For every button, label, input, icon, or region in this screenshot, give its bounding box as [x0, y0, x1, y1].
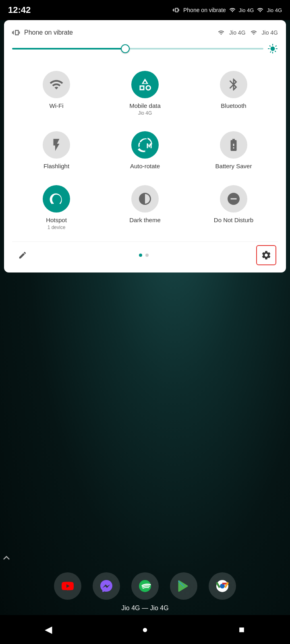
- flashlight-icon-bg: [43, 131, 70, 159]
- quick-settings-panel: Phone on vibrate Jio 4G Jio 4G Wi-Fi: [4, 20, 286, 272]
- signal-qs-icon2: [251, 29, 257, 36]
- back-button[interactable]: ◀: [36, 617, 60, 642]
- brightness-slider[interactable]: [12, 48, 263, 50]
- chrome-app-icon[interactable]: [209, 572, 236, 600]
- mobile-data-sublabel: Jio 4G: [138, 110, 152, 116]
- qs-vibrate-row: Phone on vibrate: [12, 28, 73, 37]
- edit-button[interactable]: [14, 246, 31, 264]
- dot-page2: [145, 254, 149, 257]
- carrier2-label: Jio 4G: [267, 7, 282, 13]
- battery-saver-label: Battery Saver: [215, 163, 252, 170]
- brightness-track: [12, 48, 263, 50]
- status-icons: Phone on vibrate Jio 4G Jio 4G: [173, 6, 282, 14]
- bluetooth-icon-bg: [220, 71, 247, 98]
- do-not-disturb-label: Do Not Disturb: [214, 217, 253, 224]
- vibrate-icon: [173, 6, 180, 14]
- auto-rotate-label: Auto-rotate: [130, 163, 160, 170]
- hotspot-label: Hotspot: [46, 217, 67, 224]
- brightness-sun-icon: [267, 43, 278, 54]
- tile-wifi[interactable]: Wi-Fi: [12, 64, 101, 124]
- chevron-up-icon: [0, 551, 290, 564]
- nav-bar: ◀ ● ■: [0, 615, 290, 644]
- google-play-app-icon[interactable]: [170, 572, 197, 600]
- status-time: 12:42: [8, 5, 31, 15]
- quick-tiles-grid: Wi-Fi Mobile data Jio 4G Bluetooth Flash…: [12, 64, 278, 238]
- signal1-icon: [229, 7, 236, 13]
- brightness-row: [12, 43, 278, 54]
- vibrate-label: Phone on vibrate: [183, 7, 226, 13]
- vibrate-status-label: Phone on vibrate: [24, 29, 73, 36]
- bluetooth-label: Bluetooth: [221, 102, 246, 109]
- carrier1-label: Jio 4G: [239, 7, 254, 13]
- flashlight-label: Flashlight: [44, 163, 69, 170]
- qs-status-row: Phone on vibrate Jio 4G Jio 4G: [12, 28, 278, 37]
- tile-hotspot[interactable]: Hotspot 1 device: [12, 178, 101, 238]
- hotspot-icon-bg: [43, 185, 70, 213]
- dark-theme-label: Dark theme: [129, 217, 161, 224]
- tile-flashlight[interactable]: Flashlight: [12, 124, 101, 178]
- wifi-icon-bg: [43, 71, 70, 98]
- settings-button[interactable]: [256, 245, 276, 265]
- tile-dark-theme[interactable]: Dark theme: [101, 178, 189, 238]
- signal2-icon: [257, 7, 263, 13]
- messenger-app-icon[interactable]: [93, 572, 120, 600]
- dock-carrier-text: Jio 4G — Jio 4G: [0, 605, 290, 612]
- qs-carrier1: Jio 4G: [229, 29, 245, 36]
- wifi-label: Wi-Fi: [50, 102, 64, 109]
- battery-saver-icon-bg: [220, 131, 247, 159]
- auto-rotate-icon-bg: [131, 131, 159, 159]
- signal-qs-icon1: [218, 29, 224, 36]
- page-dots: [139, 254, 149, 257]
- qs-carrier-row: Jio 4G Jio 4G: [218, 29, 278, 36]
- qs-carrier2: Jio 4G: [262, 29, 278, 36]
- qs-bottom-bar: [12, 242, 278, 268]
- status-bar: 12:42 Phone on vibrate Jio 4G Jio 4G: [0, 0, 290, 20]
- dock-icons: [0, 572, 290, 600]
- tile-do-not-disturb[interactable]: Do Not Disturb: [189, 178, 278, 238]
- dot-page1: [139, 254, 142, 257]
- do-not-disturb-icon-bg: [220, 185, 247, 213]
- home-button[interactable]: ●: [133, 617, 157, 642]
- dock-area: Jio 4G — Jio 4G: [0, 551, 290, 612]
- youtube-app-icon[interactable]: [54, 572, 81, 600]
- mobile-data-icon-bg: [131, 71, 159, 98]
- hotspot-sublabel: 1 device: [48, 225, 66, 230]
- mobile-data-label: Mobile data: [129, 102, 161, 109]
- tile-battery-saver[interactable]: Battery Saver: [189, 124, 278, 178]
- vibrate-icon2: [12, 28, 21, 37]
- brightness-thumb[interactable]: [121, 44, 130, 53]
- tile-mobile-data[interactable]: Mobile data Jio 4G: [101, 64, 189, 124]
- spotify-app-icon[interactable]: [131, 572, 159, 600]
- tile-auto-rotate[interactable]: Auto-rotate: [101, 124, 189, 178]
- dark-theme-icon-bg: [131, 185, 159, 213]
- tile-bluetooth[interactable]: Bluetooth: [189, 64, 278, 124]
- recents-button[interactable]: ■: [230, 617, 254, 642]
